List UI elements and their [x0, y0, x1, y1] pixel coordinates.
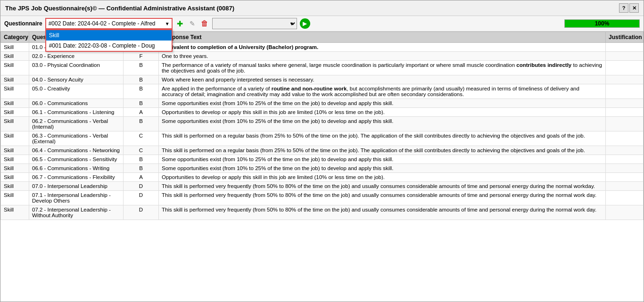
cell-category: Skill [1, 117, 29, 131]
table-row: Skill06.2 - Communications - Verbal (Int… [1, 117, 644, 131]
cell-justification[interactable] [606, 173, 644, 182]
compare-select-wrapper [212, 18, 297, 29]
cell-justification[interactable] [606, 99, 644, 108]
table-row: Skill07.1 - Interpersonal Leadership - D… [1, 191, 644, 205]
help-button[interactable]: ? [619, 3, 628, 13]
cell-justification[interactable] [606, 164, 644, 173]
cell-justification[interactable] [606, 117, 644, 131]
cell-response-text: Work where keen and properly interpreted… [159, 75, 606, 84]
cell-question: 03.0 - Physical Coordination [29, 61, 124, 75]
cell-response: B [124, 117, 159, 131]
questionnaire-dropdown-open: Skill #001 Date: 2022-03-08 - Complete -… [45, 29, 173, 52]
cell-justification[interactable] [606, 191, 644, 205]
cell-question: 02.0 - Experience [29, 52, 124, 61]
run-button[interactable]: ▶ [300, 18, 310, 29]
select-wrapper: #002 Date: 2024-04-02 - Complete - Alfre… [45, 18, 173, 29]
table-row: Skill06.0 - CommunicationsBSome opportun… [1, 99, 644, 108]
table-row: Skill02.0 - ExperienceFOne to three year… [1, 52, 644, 61]
cell-response-text: Opportunities to develop or apply this s… [159, 173, 606, 182]
cell-response-text: Some opportunities exist (from 10% to 25… [159, 99, 606, 108]
table-body: Skill01.0 - EducationEEquivalent to comp… [1, 43, 644, 220]
table-row: Skill05.0 - CreativityBAre applied in th… [1, 84, 644, 99]
cell-response: F [124, 52, 159, 61]
header-category: Category [1, 32, 29, 43]
cell-justification[interactable] [606, 182, 644, 191]
cell-response-text: Some opportunities exist (from 10% to 25… [159, 117, 606, 131]
cell-justification[interactable] [606, 75, 644, 84]
title-bar: The JPS Job Questionnaire(s)© — Confiden… [0, 0, 644, 16]
table-container[interactable]: Category Question Response Response Text… [0, 32, 644, 302]
dropdown-option-2[interactable]: #001 Date: 2022-03-08 - Complete - Doug [46, 41, 172, 51]
progress-bar: 100% [564, 19, 640, 28]
cell-justification[interactable] [606, 155, 644, 164]
cell-category: Skill [1, 75, 29, 84]
table-row: Skill07.0 - Interpersonal LeadershipDThi… [1, 182, 644, 191]
cell-response-text: Some opportunities exist (from 10% to 25… [159, 155, 606, 164]
table-row: Skill06.1 - Communications - ListeningAO… [1, 108, 644, 117]
cell-response: C [124, 146, 159, 155]
data-table: Category Question Response Response Text… [0, 32, 644, 220]
app-title: The JPS Job Questionnaire(s)© — Confiden… [5, 5, 234, 12]
window-controls: ? ✕ [619, 3, 639, 13]
cell-category: Skill [1, 173, 29, 182]
table-row: Skill07.2 - Interpersonal Leadership - W… [1, 205, 644, 220]
cell-response: B [124, 61, 159, 75]
cell-category: Skill [1, 99, 29, 108]
cell-response: A [124, 108, 159, 117]
cell-category: Skill [1, 131, 29, 146]
compare-select[interactable] [212, 18, 297, 29]
cell-response: C [124, 131, 159, 146]
cell-category: Skill [1, 61, 29, 75]
cell-justification[interactable] [606, 146, 644, 155]
table-row: Skill06.3 - Communications - Verbal (Ext… [1, 131, 644, 146]
delete-button[interactable]: 🗑 [200, 19, 209, 28]
cell-response-text: This skill is performed on a regular bas… [159, 146, 606, 155]
progress-label: 100% [565, 20, 639, 27]
cell-justification[interactable] [606, 108, 644, 117]
cell-response: B [124, 99, 159, 108]
cell-category: Skill [1, 43, 29, 52]
cell-justification[interactable] [606, 131, 644, 146]
questionnaire-select[interactable]: #002 Date: 2024-04-02 - Complete - Alfre… [45, 18, 173, 29]
cell-response-text: Opportunities to develop or apply this s… [159, 108, 606, 117]
cell-response-text: This skill is performed very frequently … [159, 191, 606, 205]
cell-category: Skill [1, 155, 29, 164]
cell-response: D [124, 191, 159, 205]
cell-justification[interactable] [606, 43, 644, 52]
cell-response-text: Some opportunities exist (from 10% to 25… [159, 164, 606, 173]
cell-justification[interactable] [606, 84, 644, 99]
cell-response: B [124, 75, 159, 84]
add-button[interactable]: ✚ [175, 19, 185, 28]
cell-justification[interactable] [606, 52, 644, 61]
cell-category: Skill [1, 84, 29, 99]
cell-question: 06.1 - Communications - Listening [29, 108, 124, 117]
cell-response-text: The performance of a variety of manual t… [159, 61, 606, 75]
cell-question: 04.0 - Sensory Acuity [29, 75, 124, 84]
table-row: Skill06.5 - Communications - Sensitivity… [1, 155, 644, 164]
cell-response-text: Are applied in the performance of a vari… [159, 84, 606, 99]
cell-question: 06.2 - Communications - Verbal (Internal… [29, 117, 124, 131]
cell-response: B [124, 155, 159, 164]
cell-response-text: This skill is performed on a regular bas… [159, 131, 606, 146]
cell-response-text: Equivalent to completion of a University… [159, 43, 606, 52]
cell-response: B [124, 84, 159, 99]
cell-response: D [124, 205, 159, 220]
dropdown-option-1[interactable]: Skill [46, 30, 172, 41]
cell-question: 06.3 - Communications - Verbal (External… [29, 131, 124, 146]
table-row: Skill06.4 - Communications - NetworkingC… [1, 146, 644, 155]
cell-justification[interactable] [606, 205, 644, 220]
cell-response: B [124, 164, 159, 173]
cell-category: Skill [1, 52, 29, 61]
progress-area: 100% [564, 19, 640, 28]
close-button[interactable]: ✕ [629, 3, 639, 13]
cell-response-text: This skill is performed very frequently … [159, 182, 606, 191]
edit-button[interactable]: ✎ [188, 19, 197, 28]
toolbar: Questionnaire #002 Date: 2024-04-02 - Co… [0, 16, 644, 32]
cell-question: 07.1 - Interpersonal Leadership - Develo… [29, 191, 124, 205]
header-response-text: Response Text [159, 32, 606, 43]
cell-category: Skill [1, 205, 29, 220]
cell-justification[interactable] [606, 61, 644, 75]
cell-category: Skill [1, 182, 29, 191]
cell-category: Skill [1, 146, 29, 155]
cell-question: 07.0 - Interpersonal Leadership [29, 182, 124, 191]
